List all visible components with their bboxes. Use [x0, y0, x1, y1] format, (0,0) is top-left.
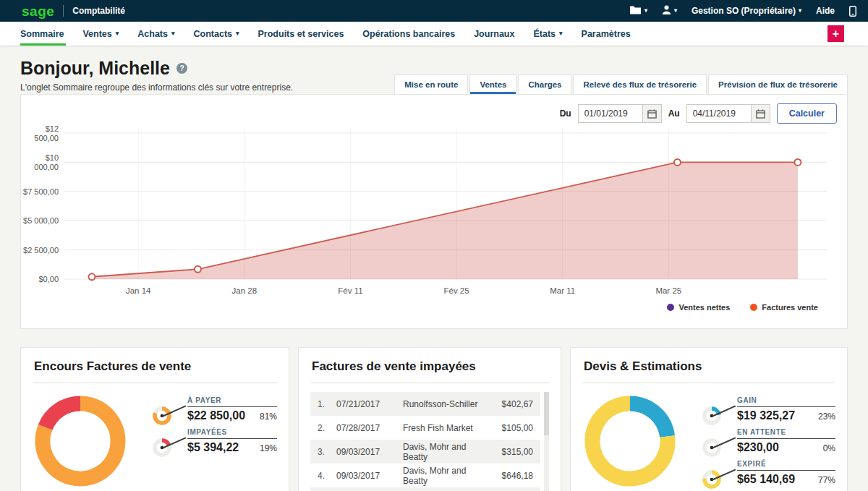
- chevron-down-icon: ▾: [116, 30, 119, 37]
- svg-text:$12500,00: $12500,00: [34, 124, 59, 142]
- chart-legend: Ventes nettes Factures vente: [667, 303, 818, 312]
- tab-releve-flux-tresorerie[interactable]: Relevé des flux de trésorerie: [573, 74, 707, 94]
- stat-percent: 0%: [823, 443, 835, 453]
- nav-item-ventes[interactable]: Ventes ▾: [73, 22, 128, 46]
- nav-label: Achats: [137, 29, 168, 39]
- legend-dot-purple: [667, 304, 674, 311]
- stat-impayees: IMPAYÉES $5 394,22 19%: [147, 428, 277, 456]
- nav-label: Opérations bancaires: [362, 29, 455, 39]
- nav-item-parametres[interactable]: Paramètres: [572, 22, 640, 46]
- nav-label: Ventes: [82, 29, 111, 39]
- chevron-down-icon: ▾: [674, 8, 677, 14]
- main-navigation: Sommaire Ventes ▾ Achats ▾ Contacts ▾ Pr…: [0, 22, 868, 46]
- nav-item-sommaire[interactable]: Sommaire: [20, 22, 73, 46]
- svg-text:Fév 11: Fév 11: [338, 286, 362, 295]
- company-files-menu[interactable]: ▾: [629, 5, 647, 17]
- folder-icon: [629, 5, 642, 17]
- panel-title: Factures de vente impayées: [310, 356, 549, 383]
- sage-logo[interactable]: sage: [22, 4, 54, 18]
- tab-mise-en-route[interactable]: Mise en route: [394, 74, 468, 94]
- stat-en-attente: EN ATTENTE $230,00 0%: [697, 428, 835, 456]
- stat-percent: 23%: [818, 411, 835, 422]
- sales-chart-card: Du Au Calculer $12500,00$10000,00$7 500,…: [20, 94, 848, 329]
- svg-text:$5 000,00: $5 000,00: [23, 216, 59, 225]
- nav-item-operations-bancaires[interactable]: Opérations bancaires: [353, 22, 464, 46]
- panel-encours-factures: Encours Factures de vente À PAYER $22 85…: [20, 347, 289, 491]
- chevron-down-icon: ▾: [644, 8, 647, 14]
- chevron-down-icon: ▾: [559, 30, 563, 37]
- invoice-client: Fresh Fish Market: [403, 423, 488, 433]
- legend-label: Ventes nettes: [678, 303, 730, 312]
- nav-item-achats[interactable]: Achats ▾: [128, 22, 184, 46]
- stat-label: À PAYER: [187, 396, 277, 407]
- user-icon: [662, 5, 671, 17]
- nav-item-produits-et-services[interactable]: Produits et services: [249, 22, 354, 46]
- stat-percent: 77%: [818, 475, 835, 485]
- tab-prevision-flux-tresorerie[interactable]: Prévision de flux de trésorerie: [708, 74, 848, 94]
- tab-ventes[interactable]: Ventes: [469, 74, 516, 94]
- company-switcher[interactable]: Gestion SO (Propriétaire) ▾: [692, 6, 801, 16]
- svg-text:Mar 25: Mar 25: [655, 286, 681, 295]
- nav-label: Journaux: [474, 29, 514, 39]
- chevron-down-icon: ▾: [236, 30, 239, 37]
- scrollbar-thumb[interactable]: [544, 392, 549, 435]
- greeting-text: Bonjour, Michelle: [20, 58, 170, 79]
- stat-amount: $22 850,00: [187, 409, 245, 422]
- invoice-date: 09/03/2017: [336, 471, 403, 481]
- stat-a-payer: À PAYER $22 850,00 81%: [147, 396, 277, 424]
- stat-gain: GAIN $19 325,27 23%: [697, 396, 835, 424]
- invoice-number: 4.: [318, 471, 336, 481]
- svg-text:Jan 28: Jan 28: [232, 286, 258, 295]
- stat-percent: 81%: [260, 411, 277, 422]
- quick-add-button[interactable]: +: [827, 25, 844, 42]
- date-from-label: Du: [560, 108, 571, 119]
- invoice-row[interactable]: 4. 09/03/2017 Davis, Mohr and Beatty $64…: [310, 464, 540, 487]
- nav-label: Sommaire: [20, 29, 64, 39]
- tab-charges[interactable]: Charges: [518, 74, 571, 94]
- panel-factures-impayees: Factures de vente impayées 1. 07/21/2017…: [298, 347, 561, 491]
- invoice-client: Runolfsson-Schiller: [403, 399, 488, 409]
- devis-donut-chart: [582, 393, 678, 489]
- unpaid-invoice-list: 1. 07/21/2017 Runolfsson-Schiller $402,6…: [310, 392, 549, 491]
- help-icon[interactable]: ?: [176, 63, 187, 74]
- invoice-row[interactable]: 5. 09/04/2017 Davis, Mohr and Beatty $63…: [310, 487, 540, 491]
- page-header: Bonjour, Michelle ? L'onglet Sommaire re…: [20, 58, 293, 93]
- invoice-row[interactable]: 3. 09/03/2017 Davis, Mohr and Beatty $31…: [310, 440, 540, 464]
- invoice-date: 07/28/2017: [336, 423, 403, 433]
- user-menu[interactable]: ▾: [662, 5, 677, 17]
- scrollbar[interactable]: [544, 392, 549, 491]
- nav-item-contacts[interactable]: Contacts ▾: [184, 22, 249, 46]
- date-to-label: Au: [668, 108, 680, 119]
- svg-text:Jan 14: Jan 14: [126, 286, 151, 295]
- stat-label: IMPAYÉES: [187, 428, 277, 439]
- help-link[interactable]: Aide: [816, 6, 835, 16]
- invoice-amount: $402,67: [488, 399, 533, 409]
- svg-text:Mar 11: Mar 11: [550, 286, 575, 295]
- nav-item-journaux[interactable]: Journaux: [464, 22, 524, 46]
- company-name: Gestion SO (Propriétaire): [692, 6, 796, 16]
- invoice-row[interactable]: 1. 07/21/2017 Runolfsson-Schiller $402,6…: [310, 392, 540, 416]
- invoice-date: 07/21/2017: [336, 399, 403, 409]
- stat-percent: 19%: [260, 443, 277, 453]
- svg-text:$0,00: $0,00: [38, 275, 59, 283]
- legend-dot-orange: [750, 304, 757, 311]
- chevron-down-icon: ▾: [171, 30, 175, 37]
- mobile-phone-icon[interactable]: [849, 6, 856, 17]
- svg-text:Fév 25: Fév 25: [443, 286, 469, 295]
- nav-item-etats[interactable]: États ▾: [524, 22, 571, 46]
- invoice-amount: $315,00: [488, 447, 533, 457]
- invoice-client: Davis, Mohr and Beatty: [403, 466, 488, 486]
- stat-label: EXPIRÉ: [737, 460, 835, 471]
- panel-title: Encours Factures de vente: [33, 356, 277, 383]
- legend-ventes-nettes: Ventes nettes: [667, 303, 730, 312]
- invoice-amount: $105,00: [488, 423, 533, 433]
- encours-donut-chart: [33, 393, 128, 489]
- stat-expire: EXPIRÉ $65 140,69 77%: [697, 460, 835, 487]
- invoice-row[interactable]: 2. 07/28/2017 Fresh Fish Market $105,00: [310, 416, 540, 440]
- svg-text:$2 500,00: $2 500,00: [23, 246, 59, 255]
- invoice-number: 2.: [318, 423, 336, 433]
- summary-panels: Encours Factures de vente À PAYER $22 85…: [20, 347, 848, 491]
- stat-amount: $5 394,22: [187, 441, 239, 454]
- page-subtitle: L'onglet Sommaire regroupe des informati…: [20, 82, 293, 93]
- nav-label: États: [533, 29, 556, 39]
